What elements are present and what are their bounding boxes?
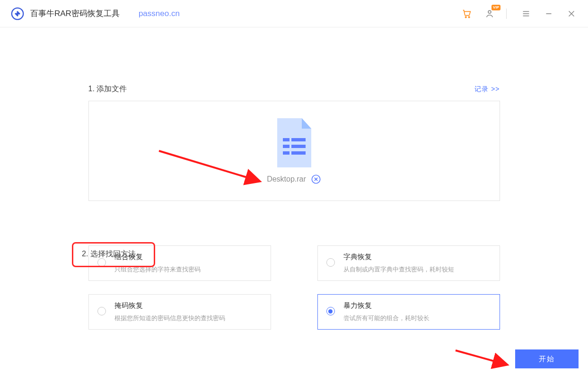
remove-file-button[interactable] [311,174,321,184]
svg-line-23 [456,350,507,365]
method-desc: 从自制或内置字典中查找密码，耗时较短 [343,265,454,274]
svg-point-2 [16,11,17,13]
minimize-button[interactable] [541,6,557,22]
method-desc: 根据您所知道的密码信息更快的查找密码 [114,314,225,323]
annotation-arrow-2 [454,348,510,369]
app-title: 百事牛RAR密码恢复工具 [30,8,120,19]
rar-file-icon [274,117,314,169]
website-label: passneo.cn [139,9,180,18]
start-button[interactable]: 开始 [515,349,579,368]
svg-point-5 [468,17,470,18]
svg-rect-14 [291,138,306,141]
svg-rect-15 [283,145,290,148]
history-link[interactable]: 记录 >> [474,85,500,94]
method-title: 字典恢复 [343,253,454,262]
title-bar: 百事牛RAR密码恢复工具 passneo.cn VIP [0,0,588,27]
menu-button[interactable] [518,6,534,22]
section2-title: 2. 选择找回方法 [82,249,136,259]
svg-rect-13 [283,138,290,141]
section1-title: 1. 添加文件 [88,84,127,94]
section1-header: 1. 添加文件 记录 >> [88,84,500,94]
svg-rect-1 [15,11,20,17]
radio-icon [326,258,335,267]
method-desc: 尝试所有可能的组合，耗时较长 [343,314,430,323]
radio-icon [97,307,106,315]
svg-point-3 [18,14,19,16]
svg-point-4 [465,17,466,18]
separator [506,9,507,19]
cart-button[interactable] [459,6,475,22]
file-drop-area[interactable]: Desktop.rar [88,101,500,201]
account-button[interactable]: VIP [482,6,498,22]
method-title: 掩码恢复 [114,301,225,310]
selected-file-name: Desktop.rar [267,175,306,183]
svg-rect-17 [283,151,290,155]
app-logo-icon [10,7,25,21]
method-bruteforce[interactable]: 暴力恢复 尝试所有可能的组合，耗时较长 [317,294,500,330]
close-button[interactable] [563,6,579,22]
method-title: 暴力恢复 [343,301,430,310]
vip-badge: VIP [491,5,500,10]
svg-rect-18 [291,151,306,155]
svg-rect-16 [291,145,306,148]
radio-icon [326,307,335,315]
svg-point-6 [488,10,491,13]
section2-highlight-box: 2. 选择找回方法 [72,242,155,267]
method-dictionary[interactable]: 字典恢复 从自制或内置字典中查找密码，耗时较短 [317,245,500,281]
method-mask[interactable]: 掩码恢复 根据您所知道的密码信息更快的查找密码 [88,294,271,330]
